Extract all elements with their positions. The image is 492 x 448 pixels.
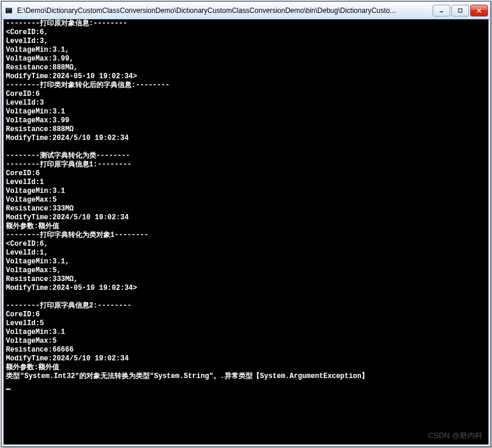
titlebar[interactable]: C:\ E:\Demo\DictionaryCustomClassConvers… <box>2 2 490 19</box>
window-title: E:\Demo\DictionaryCustomClassConversionD… <box>17 6 433 15</box>
console-output[interactable]: --------打印原对象信息:-------- <CoreID:6, Leve… <box>2 19 490 446</box>
minimize-button[interactable] <box>433 5 450 16</box>
app-window: C:\ E:\Demo\DictionaryCustomClassConvers… <box>1 1 491 447</box>
cursor <box>6 389 11 390</box>
window-controls <box>433 5 488 16</box>
svg-rect-4 <box>458 9 462 12</box>
app-icon: C:\ <box>4 6 14 15</box>
svg-text:C:\: C:\ <box>7 9 11 12</box>
close-button[interactable] <box>470 5 488 16</box>
maximize-button[interactable] <box>451 5 469 16</box>
